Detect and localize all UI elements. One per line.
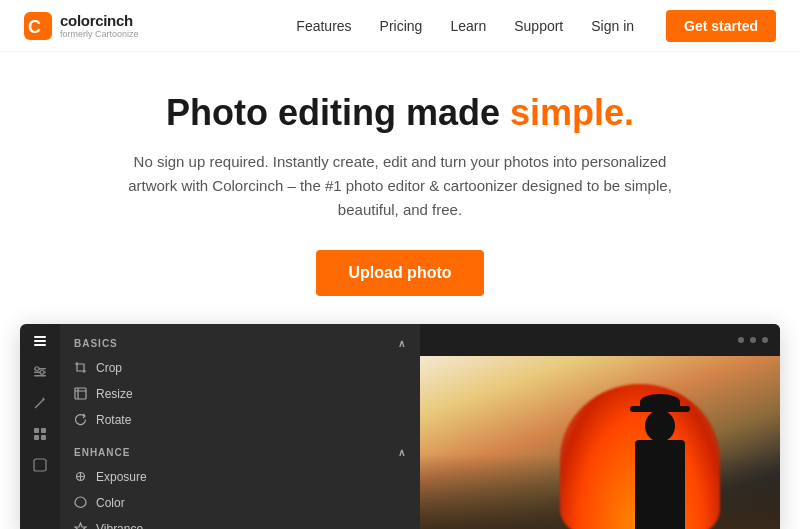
svg-line-10 [35,400,43,408]
sidebar-icon-text[interactable] [33,458,47,475]
resize-label: Resize [96,387,133,401]
canvas-area [420,324,780,529]
logo-sub: formerly Cartoonize [60,29,139,39]
enhance-label: ENHANCE [74,447,130,458]
svg-rect-2 [34,336,46,338]
rotate-label: Rotate [96,413,131,427]
app-preview-wrapper: BASICS ∧ Crop Resize [0,324,800,529]
resize-icon [74,387,88,401]
hero-title: Photo editing made simple. [20,92,780,134]
svg-rect-3 [34,340,46,342]
svg-point-8 [35,367,39,371]
upload-photo-button[interactable]: Upload photo [316,250,483,296]
logo-text: colorcinch formerly Cartoonize [60,12,139,39]
nav-learn[interactable]: Learn [450,18,486,34]
sidebar-icon-grid[interactable] [33,427,47,444]
body [635,440,685,500]
nav: Features Pricing Learn Support Sign in G… [296,10,776,42]
sidebar-enhance-header: ENHANCE ∧ [60,437,420,464]
exposure-label: Exposure [96,470,147,484]
canvas-topbar [420,324,780,356]
hero-description: No sign up required. Instantly create, e… [110,150,690,222]
sidebar-item-resize[interactable]: Resize [60,381,420,407]
sidebar-item-vibrance[interactable]: Vibrance [60,516,420,529]
sidebar-basics-header: BASICS ∧ [60,334,420,355]
logo-name: colorcinch [60,12,139,29]
svg-rect-13 [41,428,46,433]
exposure-icon [74,470,88,484]
topbar-dot-2 [750,337,756,343]
app-preview: BASICS ∧ Crop Resize [20,324,780,529]
canvas-image [420,356,780,529]
rotate-icon [74,413,88,427]
sidebar-icon-magic[interactable] [33,396,47,413]
figure-silhouette [620,394,700,529]
svg-rect-16 [34,459,46,471]
hero-section: Photo editing made simple. No sign up re… [0,52,800,324]
signin-link[interactable]: Sign in [591,18,634,34]
topbar-dot-1 [738,337,744,343]
logo[interactable]: C colorcinch formerly Cartoonize [24,12,139,40]
svg-marker-11 [42,397,45,401]
enhance-collapse-icon[interactable]: ∧ [398,447,406,458]
svg-rect-12 [34,428,39,433]
basics-label: BASICS [74,338,118,349]
basics-collapse-icon[interactable]: ∧ [398,338,406,349]
sidebar-icon-adjustments[interactable] [33,365,47,382]
head [645,410,675,442]
sidebar-item-color[interactable]: Color [60,490,420,516]
header: C colorcinch formerly Cartoonize Feature… [0,0,800,52]
legs [635,498,685,529]
vibrance-icon [74,522,88,529]
crop-icon [74,361,88,375]
nav-pricing[interactable]: Pricing [380,18,423,34]
topbar-dots [738,337,768,343]
hero-title-part1: Photo editing made [166,92,510,133]
color-label: Color [96,496,125,510]
svg-rect-15 [41,435,46,440]
nav-features[interactable]: Features [296,18,351,34]
logo-icon: C [24,12,52,40]
color-icon [74,496,88,510]
vibrance-label: Vibrance [96,522,143,529]
sidebar-item-exposure[interactable]: Exposure [60,464,420,490]
svg-rect-17 [75,388,86,399]
sidebar-item-rotate[interactable]: Rotate [60,407,420,433]
hero-title-accent: simple. [510,92,634,133]
topbar-dot-3 [762,337,768,343]
svg-rect-7 [34,375,46,377]
get-started-button[interactable]: Get started [666,10,776,42]
svg-point-9 [40,370,44,374]
svg-rect-14 [34,435,39,440]
crop-label: Crop [96,361,122,375]
sidebar-panel: BASICS ∧ Crop Resize [60,324,420,529]
nav-support[interactable]: Support [514,18,563,34]
svg-rect-4 [34,344,46,346]
sidebar-icon-strip [20,324,60,529]
sidebar-icon-layers[interactable] [33,334,47,351]
sidebar-item-crop[interactable]: Crop [60,355,420,381]
svg-text:C: C [28,17,41,37]
